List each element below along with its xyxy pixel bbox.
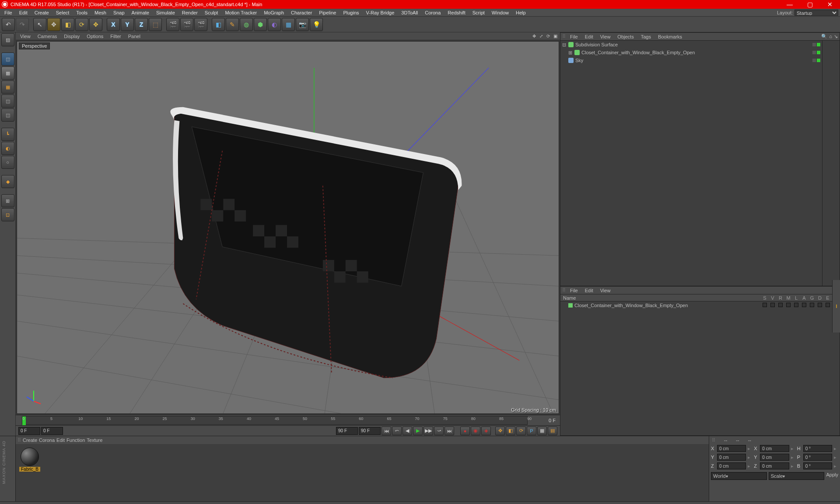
vp-menu-options[interactable]: Options <box>84 33 106 39</box>
object-tree[interactable]: ⊟ Subdivision Surface ⊞ Closet_Container… <box>560 41 822 286</box>
scale-tool[interactable]: ◧ <box>61 18 74 31</box>
goto-end-button[interactable]: ⏭ <box>444 427 454 435</box>
vp-menu-filter[interactable]: Filter <box>108 33 123 39</box>
vis-editor-dot[interactable] <box>812 43 816 46</box>
tree-row[interactable]: ⊞ Closet_Container_with_Window_Black_Emp… <box>560 49 822 56</box>
om-menu-view[interactable]: View <box>598 34 613 40</box>
add-cube-button[interactable]: ◧ <box>212 18 225 31</box>
mat-menu-corona[interactable]: Corona <box>39 438 55 443</box>
layers-grip-icon[interactable]: ⠿ <box>562 287 566 293</box>
vis-render-dot[interactable] <box>817 51 820 54</box>
expand-icon[interactable]: ⊟ <box>562 42 567 48</box>
prev-frame-button[interactable]: ◀ <box>402 427 412 435</box>
range-start-field[interactable]: 0 F <box>18 427 40 435</box>
goto-start-button[interactable]: ⏮ <box>382 427 391 435</box>
tree-row[interactable]: ⊟ Subdivision Surface <box>560 41 822 49</box>
layer-row[interactable]: Closet_Container_with_Window_Black_Empty… <box>560 301 840 309</box>
om-menu-objects[interactable]: Objects <box>615 34 636 40</box>
rot-key-button[interactable]: ⟳ <box>516 427 526 435</box>
mat-menu-function[interactable]: Function <box>66 438 85 443</box>
vp-nav3-icon[interactable]: ⟳ <box>545 33 551 39</box>
scale-key-button[interactable]: ◧ <box>506 427 515 435</box>
layer-toggle-m[interactable] <box>784 303 792 308</box>
menu-3dtoall[interactable]: 3DToAll <box>399 10 420 16</box>
rotate-tool[interactable]: ⟳ <box>75 18 88 31</box>
uv-poly-button[interactable]: ○ <box>1 156 14 169</box>
range-end-field[interactable]: 90 F <box>359 427 381 435</box>
add-environment-button[interactable]: ▦ <box>282 18 295 31</box>
menu-redshift[interactable]: Redshift <box>445 10 468 16</box>
vp-menu-view[interactable]: View <box>18 33 33 39</box>
layer-toggle-d[interactable] <box>816 303 824 308</box>
coord-pos-field[interactable]: 0 cm <box>717 462 746 469</box>
pla-key-button[interactable]: ▦ <box>537 427 547 435</box>
point-mode-button[interactable]: ◫ <box>1 94 14 108</box>
menu-render[interactable]: Render <box>179 10 200 16</box>
menu-character[interactable]: Character <box>288 10 315 16</box>
timeline-track[interactable]: 051015202530354045505560657075808590 <box>22 416 528 425</box>
layer-toggle-e[interactable] <box>824 303 832 308</box>
menu-create[interactable]: Create <box>32 10 52 16</box>
coord-pos-field[interactable]: 0 cm <box>717 445 746 452</box>
select-tool[interactable]: ↖ <box>33 18 46 31</box>
add-pen-button[interactable]: ✎ <box>226 18 239 31</box>
material-name[interactable]: Fabric_B <box>19 467 40 472</box>
snap-toggle-button[interactable]: ⊞ <box>1 194 14 207</box>
vp-nav4-icon[interactable]: ▣ <box>552 33 558 39</box>
timeline-button[interactable]: ▤ <box>548 427 557 435</box>
next-key-button[interactable]: ⤻ <box>434 427 444 435</box>
layers-menu-view[interactable]: View <box>598 287 613 294</box>
layer-toggle-v[interactable] <box>769 303 777 308</box>
mat-grip-icon[interactable]: ⠿ <box>18 438 21 443</box>
add-light-button[interactable]: 💡 <box>310 18 323 31</box>
workplane-mode-button[interactable]: ▦ <box>1 80 14 94</box>
layers-menu-edit[interactable]: Edit <box>582 287 596 294</box>
menu-help[interactable]: Help <box>513 10 528 16</box>
vp-menu-cameras[interactable]: Cameras <box>35 33 60 39</box>
play-button[interactable]: ▶ <box>413 427 423 435</box>
coord-size-field[interactable]: 0 cm <box>760 462 789 469</box>
coord-apply-button[interactable]: Apply <box>826 472 838 480</box>
om-menu-tags[interactable]: Tags <box>638 34 654 40</box>
layer-color-icon[interactable] <box>568 303 573 308</box>
attributes-tab[interactable] <box>832 280 840 332</box>
om-home-icon[interactable]: ⌂ <box>829 34 832 39</box>
next-frame-button[interactable]: ▶▶ <box>424 427 433 435</box>
vp-menu-panel[interactable]: Panel <box>126 33 143 39</box>
tree-row[interactable]: Sky <box>560 56 822 64</box>
menu-pipeline[interactable]: Pipeline <box>316 10 339 16</box>
menu-script[interactable]: Script <box>470 10 487 16</box>
mat-menu-texture[interactable]: Texture <box>87 438 102 443</box>
add-nurbs-button[interactable]: ◍ <box>240 18 253 31</box>
move-tool[interactable]: ✥ <box>47 18 60 31</box>
coord-size-field[interactable]: 0 cm <box>760 454 789 461</box>
layer-toggle-a[interactable] <box>800 303 808 308</box>
menu-file[interactable]: File <box>2 10 15 16</box>
current-frame-field[interactable]: 0 F <box>41 427 63 435</box>
model-mode-button[interactable]: ◫ <box>1 52 14 66</box>
menu-animate[interactable]: Animate <box>129 10 152 16</box>
coord-size-field[interactable]: 0 cm <box>760 445 789 452</box>
minimize-button[interactable]: — <box>780 0 800 9</box>
menu-corona[interactable]: Corona <box>422 10 443 16</box>
menu-sculpt[interactable]: Sculpt <box>202 10 221 16</box>
coord-mode-dropdown[interactable]: World ▾ <box>711 472 767 480</box>
om-menu-file[interactable]: File <box>567 34 581 40</box>
vp-menu-display[interactable]: Display <box>61 33 82 39</box>
vis-editor-dot[interactable] <box>812 51 816 54</box>
om-grip-icon[interactable]: ⠿ <box>562 34 566 39</box>
menu-edit[interactable]: Edit <box>17 10 30 16</box>
coord-pos-field[interactable]: 0 cm <box>717 454 746 461</box>
menu-v-ray-bridge[interactable]: V-Ray Bridge <box>364 10 397 16</box>
coord-scale-dropdown[interactable]: Scale ▾ <box>769 472 825 480</box>
vis-render-dot[interactable] <box>817 43 820 46</box>
y-axis-lock[interactable]: Y <box>121 18 134 31</box>
expand-icon[interactable]: ⊞ <box>568 50 573 56</box>
vis-editor-dot[interactable] <box>812 59 816 62</box>
timeline-ruler[interactable]: 051015202530354045505560657075808590 0 F <box>16 415 560 425</box>
material-swatch[interactable]: Fabric_B <box>19 448 40 472</box>
autokey-button[interactable]: ◉ <box>471 427 480 435</box>
uv-point-button[interactable]: ◐ <box>1 142 14 155</box>
mat-menu-create[interactable]: Create <box>23 438 37 443</box>
coord-grip-icon[interactable]: ⠿ <box>712 438 715 443</box>
